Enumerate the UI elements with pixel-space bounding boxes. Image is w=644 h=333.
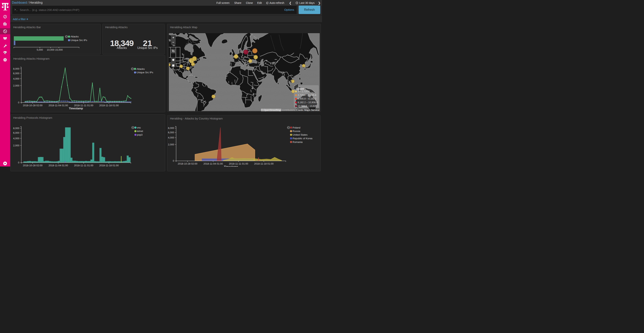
svg-text:6,000: 6,000 <box>13 72 19 75</box>
svg-text:2018-11-18 01:00: 2018-11-18 01:00 <box>99 104 119 107</box>
svg-text:2,000: 2,000 <box>168 143 174 146</box>
svg-text:2018-11-04 01:00: 2018-11-04 01:00 <box>48 104 68 107</box>
svg-text:Unique Src IPs: Unique Src IPs <box>70 39 87 42</box>
svg-text:2018-11-11 01:00: 2018-11-11 01:00 <box>229 162 248 165</box>
svg-text:Poland: Poland <box>293 126 300 129</box>
svg-text:Attacks: Attacks <box>137 68 145 70</box>
svg-text:10,908.6 – 13,635: 10,908.6 – 13,635 <box>298 105 317 107</box>
svg-text:2018-10-28 02:00: 2018-10-28 02:00 <box>23 164 42 167</box>
svg-text:5,000: 5,000 <box>37 48 43 51</box>
svg-text:6,000: 6,000 <box>13 131 19 134</box>
svg-text:vnc: vnc <box>137 126 141 129</box>
svg-text:6,000: 6,000 <box>168 131 174 134</box>
svg-text:2,000: 2,000 <box>13 144 19 147</box>
svg-text:8,182.2 – 10,908.6: 8,182.2 – 10,908.6 <box>298 101 318 104</box>
svg-text:telnet: telnet <box>137 130 143 133</box>
svg-text:Attacks: Attacks <box>70 35 79 38</box>
svg-text:8,000: 8,000 <box>13 67 19 70</box>
svg-text:Timestamp: Timestamp <box>69 107 83 110</box>
svg-text:8,000: 8,000 <box>168 127 174 130</box>
svg-text:2,000: 2,000 <box>13 84 19 87</box>
svg-text:4,000: 4,000 <box>13 137 19 140</box>
svg-text:Republic of Korea: Republic of Korea <box>293 137 312 140</box>
svg-text:3 – 2,729.4: 3 – 2,729.4 <box>298 90 310 93</box>
svg-text:0: 0 <box>18 101 19 104</box>
svg-text:4,000: 4,000 <box>13 77 19 80</box>
svg-text:2018-11-11 01:00: 2018-11-11 01:00 <box>74 104 93 107</box>
svg-text:pop3: pop3 <box>137 133 142 136</box>
svg-text:Romania: Romania <box>293 141 303 143</box>
svg-text:2018-11-18 01:00: 2018-11-18 01:00 <box>254 162 274 165</box>
svg-text:Unique Src IPs: Unique Src IPs <box>137 71 153 74</box>
svg-text:Russia: Russia <box>293 130 300 133</box>
svg-text:Timestamp: Timestamp <box>224 165 238 167</box>
svg-text:8,000: 8,000 <box>13 127 19 130</box>
svg-text:United States: United States <box>293 133 308 136</box>
svg-text:4,000: 4,000 <box>168 136 174 139</box>
svg-text:2018-11-18 01:00: 2018-11-18 01:00 <box>99 164 119 167</box>
svg-text:2018-11-11 01:00: 2018-11-11 01:00 <box>74 164 93 167</box>
svg-text:2,729.4 – 5,455.8: 2,729.4 – 5,455.8 <box>298 94 316 97</box>
svg-text:0: 0 <box>18 161 19 164</box>
svg-text:0: 0 <box>173 159 174 162</box>
svg-text:2018-10-28 02:00: 2018-10-28 02:00 <box>23 104 42 107</box>
svg-text:15,000: 15,000 <box>55 48 63 51</box>
svg-text:2018-10-28 02:00: 2018-10-28 02:00 <box>178 162 198 165</box>
svg-text:10,000: 10,000 <box>47 48 54 51</box>
svg-text:2018-11-04 01:00: 2018-11-04 01:00 <box>48 164 68 167</box>
svg-text:2018-11-04 01:00: 2018-11-04 01:00 <box>203 162 223 165</box>
svg-text:5,455.8 – 8,182.2: 5,455.8 – 8,182.2 <box>298 97 316 100</box>
